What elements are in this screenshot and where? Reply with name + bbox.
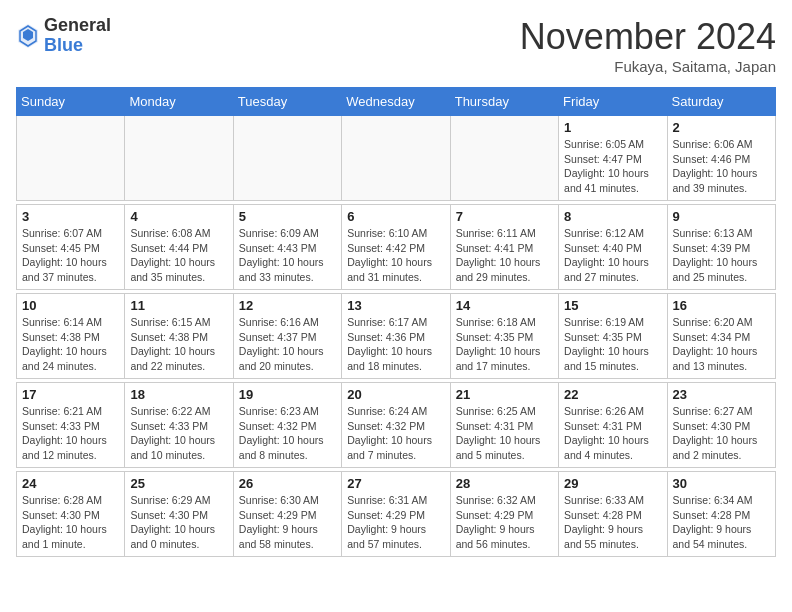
- day-info: Sunrise: 6:11 AM Sunset: 4:41 PM Dayligh…: [456, 226, 553, 285]
- day-number: 9: [673, 209, 770, 224]
- day-info: Sunrise: 6:05 AM Sunset: 4:47 PM Dayligh…: [564, 137, 661, 196]
- calendar-cell: 13Sunrise: 6:17 AM Sunset: 4:36 PM Dayli…: [342, 294, 450, 379]
- day-number: 22: [564, 387, 661, 402]
- day-number: 15: [564, 298, 661, 313]
- day-number: 14: [456, 298, 553, 313]
- calendar-week-1: 1Sunrise: 6:05 AM Sunset: 4:47 PM Daylig…: [17, 116, 776, 201]
- weekday-header-friday: Friday: [559, 88, 667, 116]
- day-number: 17: [22, 387, 119, 402]
- logo-general-text: General: [44, 16, 111, 36]
- calendar-cell: 10Sunrise: 6:14 AM Sunset: 4:38 PM Dayli…: [17, 294, 125, 379]
- calendar-week-4: 17Sunrise: 6:21 AM Sunset: 4:33 PM Dayli…: [17, 383, 776, 468]
- calendar-cell: 15Sunrise: 6:19 AM Sunset: 4:35 PM Dayli…: [559, 294, 667, 379]
- day-info: Sunrise: 6:14 AM Sunset: 4:38 PM Dayligh…: [22, 315, 119, 374]
- day-number: 5: [239, 209, 336, 224]
- day-info: Sunrise: 6:08 AM Sunset: 4:44 PM Dayligh…: [130, 226, 227, 285]
- calendar-cell: 28Sunrise: 6:32 AM Sunset: 4:29 PM Dayli…: [450, 472, 558, 557]
- logo-blue-text: Blue: [44, 36, 111, 56]
- day-number: 12: [239, 298, 336, 313]
- calendar-cell: 7Sunrise: 6:11 AM Sunset: 4:41 PM Daylig…: [450, 205, 558, 290]
- calendar-cell: 25Sunrise: 6:29 AM Sunset: 4:30 PM Dayli…: [125, 472, 233, 557]
- location: Fukaya, Saitama, Japan: [520, 58, 776, 75]
- calendar-week-3: 10Sunrise: 6:14 AM Sunset: 4:38 PM Dayli…: [17, 294, 776, 379]
- day-info: Sunrise: 6:12 AM Sunset: 4:40 PM Dayligh…: [564, 226, 661, 285]
- calendar-cell: 16Sunrise: 6:20 AM Sunset: 4:34 PM Dayli…: [667, 294, 775, 379]
- calendar-cell: 27Sunrise: 6:31 AM Sunset: 4:29 PM Dayli…: [342, 472, 450, 557]
- calendar-cell: 3Sunrise: 6:07 AM Sunset: 4:45 PM Daylig…: [17, 205, 125, 290]
- day-info: Sunrise: 6:07 AM Sunset: 4:45 PM Dayligh…: [22, 226, 119, 285]
- weekday-header-monday: Monday: [125, 88, 233, 116]
- day-number: 16: [673, 298, 770, 313]
- calendar-cell: 2Sunrise: 6:06 AM Sunset: 4:46 PM Daylig…: [667, 116, 775, 201]
- calendar-week-5: 24Sunrise: 6:28 AM Sunset: 4:30 PM Dayli…: [17, 472, 776, 557]
- day-number: 20: [347, 387, 444, 402]
- calendar-cell: 17Sunrise: 6:21 AM Sunset: 4:33 PM Dayli…: [17, 383, 125, 468]
- title-block: November 2024 Fukaya, Saitama, Japan: [520, 16, 776, 75]
- calendar-cell: 22Sunrise: 6:26 AM Sunset: 4:31 PM Dayli…: [559, 383, 667, 468]
- day-info: Sunrise: 6:23 AM Sunset: 4:32 PM Dayligh…: [239, 404, 336, 463]
- calendar-cell: 20Sunrise: 6:24 AM Sunset: 4:32 PM Dayli…: [342, 383, 450, 468]
- day-info: Sunrise: 6:31 AM Sunset: 4:29 PM Dayligh…: [347, 493, 444, 552]
- day-number: 19: [239, 387, 336, 402]
- day-info: Sunrise: 6:32 AM Sunset: 4:29 PM Dayligh…: [456, 493, 553, 552]
- calendar-cell: 18Sunrise: 6:22 AM Sunset: 4:33 PM Dayli…: [125, 383, 233, 468]
- day-number: 26: [239, 476, 336, 491]
- day-number: 29: [564, 476, 661, 491]
- day-info: Sunrise: 6:26 AM Sunset: 4:31 PM Dayligh…: [564, 404, 661, 463]
- day-number: 24: [22, 476, 119, 491]
- day-info: Sunrise: 6:17 AM Sunset: 4:36 PM Dayligh…: [347, 315, 444, 374]
- calendar-cell: 5Sunrise: 6:09 AM Sunset: 4:43 PM Daylig…: [233, 205, 341, 290]
- calendar-cell: 8Sunrise: 6:12 AM Sunset: 4:40 PM Daylig…: [559, 205, 667, 290]
- calendar-cell: 29Sunrise: 6:33 AM Sunset: 4:28 PM Dayli…: [559, 472, 667, 557]
- calendar-cell: [342, 116, 450, 201]
- day-info: Sunrise: 6:19 AM Sunset: 4:35 PM Dayligh…: [564, 315, 661, 374]
- day-info: Sunrise: 6:18 AM Sunset: 4:35 PM Dayligh…: [456, 315, 553, 374]
- weekday-header-saturday: Saturday: [667, 88, 775, 116]
- day-info: Sunrise: 6:28 AM Sunset: 4:30 PM Dayligh…: [22, 493, 119, 552]
- day-info: Sunrise: 6:22 AM Sunset: 4:33 PM Dayligh…: [130, 404, 227, 463]
- weekday-header-sunday: Sunday: [17, 88, 125, 116]
- calendar-cell: 24Sunrise: 6:28 AM Sunset: 4:30 PM Dayli…: [17, 472, 125, 557]
- calendar-cell: 21Sunrise: 6:25 AM Sunset: 4:31 PM Dayli…: [450, 383, 558, 468]
- logo-icon: [16, 22, 40, 50]
- calendar-cell: 30Sunrise: 6:34 AM Sunset: 4:28 PM Dayli…: [667, 472, 775, 557]
- day-number: 18: [130, 387, 227, 402]
- day-number: 21: [456, 387, 553, 402]
- day-info: Sunrise: 6:30 AM Sunset: 4:29 PM Dayligh…: [239, 493, 336, 552]
- page-header: General Blue November 2024 Fukaya, Saita…: [16, 16, 776, 75]
- day-info: Sunrise: 6:15 AM Sunset: 4:38 PM Dayligh…: [130, 315, 227, 374]
- day-number: 7: [456, 209, 553, 224]
- day-info: Sunrise: 6:16 AM Sunset: 4:37 PM Dayligh…: [239, 315, 336, 374]
- calendar-cell: [450, 116, 558, 201]
- weekday-header-wednesday: Wednesday: [342, 88, 450, 116]
- day-number: 4: [130, 209, 227, 224]
- day-info: Sunrise: 6:10 AM Sunset: 4:42 PM Dayligh…: [347, 226, 444, 285]
- day-info: Sunrise: 6:33 AM Sunset: 4:28 PM Dayligh…: [564, 493, 661, 552]
- logo-text: General Blue: [44, 16, 111, 56]
- day-number: 3: [22, 209, 119, 224]
- day-info: Sunrise: 6:24 AM Sunset: 4:32 PM Dayligh…: [347, 404, 444, 463]
- calendar-cell: 11Sunrise: 6:15 AM Sunset: 4:38 PM Dayli…: [125, 294, 233, 379]
- day-info: Sunrise: 6:29 AM Sunset: 4:30 PM Dayligh…: [130, 493, 227, 552]
- day-number: 30: [673, 476, 770, 491]
- day-number: 23: [673, 387, 770, 402]
- logo: General Blue: [16, 16, 111, 56]
- day-number: 1: [564, 120, 661, 135]
- day-info: Sunrise: 6:21 AM Sunset: 4:33 PM Dayligh…: [22, 404, 119, 463]
- calendar-cell: [233, 116, 341, 201]
- day-number: 13: [347, 298, 444, 313]
- calendar-cell: 9Sunrise: 6:13 AM Sunset: 4:39 PM Daylig…: [667, 205, 775, 290]
- day-info: Sunrise: 6:06 AM Sunset: 4:46 PM Dayligh…: [673, 137, 770, 196]
- day-number: 28: [456, 476, 553, 491]
- calendar-cell: 12Sunrise: 6:16 AM Sunset: 4:37 PM Dayli…: [233, 294, 341, 379]
- day-info: Sunrise: 6:20 AM Sunset: 4:34 PM Dayligh…: [673, 315, 770, 374]
- day-number: 11: [130, 298, 227, 313]
- day-info: Sunrise: 6:34 AM Sunset: 4:28 PM Dayligh…: [673, 493, 770, 552]
- weekday-header-row: SundayMondayTuesdayWednesdayThursdayFrid…: [17, 88, 776, 116]
- day-info: Sunrise: 6:09 AM Sunset: 4:43 PM Dayligh…: [239, 226, 336, 285]
- day-info: Sunrise: 6:13 AM Sunset: 4:39 PM Dayligh…: [673, 226, 770, 285]
- calendar-cell: [125, 116, 233, 201]
- weekday-header-thursday: Thursday: [450, 88, 558, 116]
- calendar-cell: [17, 116, 125, 201]
- day-info: Sunrise: 6:27 AM Sunset: 4:30 PM Dayligh…: [673, 404, 770, 463]
